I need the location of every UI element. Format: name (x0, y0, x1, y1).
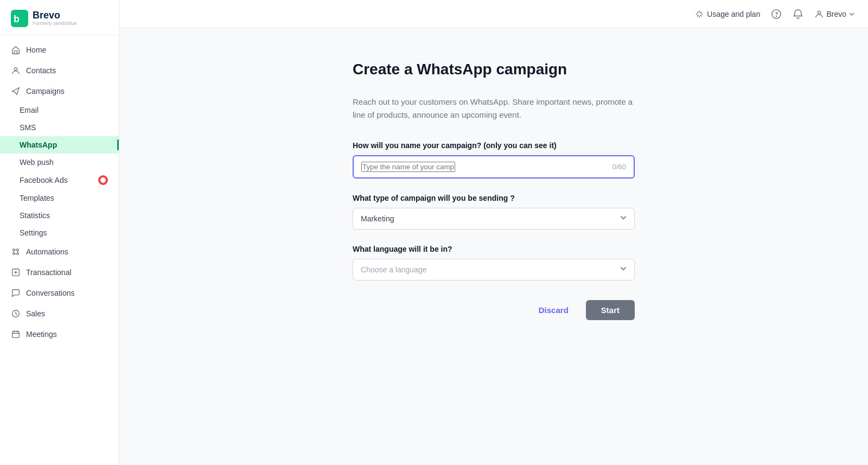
help-icon[interactable] (771, 9, 782, 20)
sidebar-label-templates: Templates (20, 194, 54, 202)
home-icon (11, 45, 21, 55)
form-actions: Discard Start (353, 300, 635, 320)
sidebar-label-transactional: Transactional (26, 268, 72, 277)
form-area: Create a WhatsApp campaign Reach out to … (119, 28, 868, 465)
sidebar-item-contacts[interactable]: Contacts (0, 60, 119, 81)
svg-point-4 (17, 249, 19, 251)
campaign-language-select[interactable]: Choose a language English French Spanish… (353, 259, 635, 281)
sidebar-item-campaigns[interactable]: Campaigns (0, 81, 119, 101)
svg-point-3 (13, 249, 15, 251)
campaign-form: Create a WhatsApp campaign Reach out to … (353, 61, 635, 432)
user-icon (814, 9, 824, 19)
sidebar-label-contacts: Contacts (26, 66, 56, 75)
campaigns-icon (11, 86, 21, 96)
bell-icon[interactable] (793, 9, 803, 20)
start-button[interactable]: Start (586, 300, 635, 320)
sidebar-label-meetings: Meetings (26, 330, 57, 339)
type-label: What type of campaign will you be sendin… (353, 194, 635, 202)
sidebar-item-automations[interactable]: Automations (0, 241, 119, 262)
type-select-wrapper: Marketing Utility Authentication (353, 208, 635, 230)
svg-point-5 (13, 253, 15, 255)
sidebar-item-sales[interactable]: Sales (0, 303, 119, 324)
sidebar-item-settings[interactable]: Settings (0, 224, 119, 241)
user-label: Brevo (826, 10, 846, 18)
svg-text:b: b (14, 14, 20, 24)
campaign-type-select[interactable]: Marketing Utility Authentication (353, 208, 635, 230)
sidebar-label-home: Home (26, 46, 46, 54)
logo-formerly: Formerly sendinblue (33, 20, 77, 27)
form-description: Reach out to your customers on WhatsApp.… (353, 95, 635, 122)
language-label: What language will it be in? (353, 245, 635, 253)
language-select-wrapper: Choose a language English French Spanish… (353, 259, 635, 281)
sidebar-item-transactional[interactable]: Transactional (0, 262, 119, 283)
form-title: Create a WhatsApp campaign (353, 61, 635, 78)
sidebar-item-meetings[interactable]: Meetings (0, 324, 119, 345)
sidebar: b Brevo Formerly sendinblue Home Contact… (0, 0, 119, 465)
sidebar-label-sales: Sales (26, 309, 45, 318)
brevo-logo-icon: b (11, 10, 28, 27)
conversations-icon (11, 288, 21, 298)
usage-icon (695, 10, 704, 18)
user-menu[interactable]: Brevo (814, 9, 855, 19)
discard-button[interactable]: Discard (530, 300, 577, 320)
svg-point-11 (776, 16, 777, 16)
campaign-type-group: What type of campaign will you be sendin… (353, 194, 635, 230)
contacts-icon (11, 66, 21, 75)
svg-point-6 (17, 253, 19, 255)
sidebar-item-templates[interactable]: Templates (0, 189, 119, 207)
usage-and-plan-button[interactable]: Usage and plan (695, 10, 760, 18)
logo: b Brevo Formerly sendinblue (0, 0, 119, 35)
meetings-icon (11, 329, 21, 339)
sidebar-label-conversations: Conversations (26, 289, 75, 297)
svg-point-2 (14, 68, 17, 71)
header: Usage and plan Brevo (119, 0, 868, 28)
sidebar-label-statistics: Statistics (20, 211, 50, 220)
usage-label: Usage and plan (707, 10, 760, 18)
automations-icon (11, 247, 21, 257)
campaign-language-group: What language will it be in? Choose a la… (353, 245, 635, 281)
sidebar-label-whatsapp: WhatsApp (20, 141, 57, 149)
sidebar-label-webpush: Web push (20, 158, 54, 167)
sidebar-label-automations: Automations (26, 247, 68, 256)
main-content: Usage and plan Brevo Create a WhatsApp c… (119, 0, 868, 465)
svg-rect-9 (12, 332, 20, 338)
name-input-wrapper: 0/60 (353, 155, 635, 179)
sidebar-label-sms: SMS (20, 123, 36, 132)
chevron-down-icon (848, 11, 855, 17)
sidebar-label-facebook-ads: Facebook Ads (20, 176, 68, 184)
sidebar-label-campaigns: Campaigns (26, 87, 65, 95)
sales-icon (11, 309, 21, 319)
transactional-icon (11, 267, 21, 277)
campaign-name-input[interactable] (361, 162, 455, 172)
sidebar-item-whatsapp[interactable]: WhatsApp (0, 136, 119, 154)
sidebar-item-conversations[interactable]: Conversations (0, 283, 119, 303)
logo-brand: Brevo (33, 10, 77, 20)
main-nav: Home Contacts Campaigns Email SMS WhatsA… (0, 35, 119, 349)
svg-point-12 (818, 11, 821, 14)
sidebar-item-home[interactable]: Home (0, 40, 119, 60)
sidebar-label-settings: Settings (20, 228, 47, 237)
campaign-name-group: How will you name your campaign? (only y… (353, 141, 635, 179)
char-count: 0/60 (612, 163, 626, 171)
facebook-ads-badge (98, 175, 108, 185)
sidebar-item-facebook-ads[interactable]: Facebook Ads (0, 171, 119, 189)
sidebar-label-email: Email (20, 106, 39, 114)
sidebar-item-email[interactable]: Email (0, 101, 119, 119)
name-label: How will you name your campaign? (only y… (353, 141, 635, 150)
sidebar-item-webpush[interactable]: Web push (0, 154, 119, 171)
sidebar-item-sms[interactable]: SMS (0, 119, 119, 136)
sidebar-item-statistics[interactable]: Statistics (0, 207, 119, 224)
